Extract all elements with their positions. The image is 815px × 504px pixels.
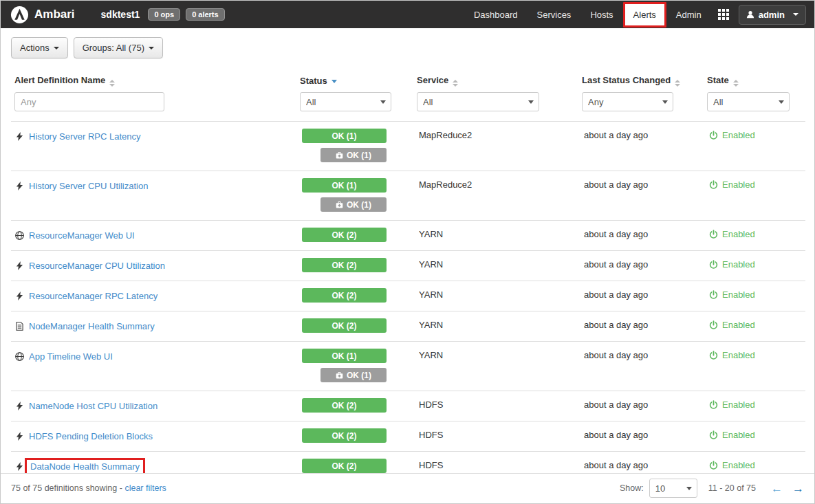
- last-changed-cell: about a day ago: [578, 122, 704, 171]
- service-cell: HDFS: [413, 391, 578, 421]
- state-cell: Enabled: [704, 221, 805, 251]
- col-header-label: Status: [300, 76, 327, 86]
- alerts-table-body: History Server RPC Latency OK (1)OK (1) …: [11, 122, 805, 482]
- ok-status-badge[interactable]: OK (2): [302, 428, 387, 443]
- col-header-last-status-changed[interactable]: Last Status Changed: [578, 67, 704, 89]
- nav-services[interactable]: Services: [528, 1, 581, 28]
- ok-status-badge[interactable]: OK (2): [302, 258, 387, 272]
- status-cell: OK (2): [296, 311, 413, 342]
- service-cell: MapReduce2: [413, 122, 578, 171]
- show-label: Show:: [620, 483, 644, 493]
- document-icon: [14, 322, 24, 331]
- clear-filters-link[interactable]: clear filters: [124, 483, 166, 493]
- state-label: Enabled: [722, 320, 755, 330]
- user-menu-button[interactable]: admin: [739, 5, 806, 25]
- user-menu-label: admin: [759, 10, 785, 20]
- alerts-toolbar: Actions Groups: All (75): [1, 28, 814, 67]
- ok-status-badge[interactable]: OK (2): [302, 398, 387, 413]
- state-label: Enabled: [722, 179, 755, 190]
- table-row: NameNode Host CPU Utilization OK (2) HDF…: [11, 391, 805, 421]
- state-label: Enabled: [722, 259, 755, 270]
- ok-status-badge[interactable]: OK (1): [302, 349, 387, 363]
- state-cell: Enabled: [704, 281, 805, 311]
- state-label: Enabled: [722, 229, 755, 239]
- sort-desc-icon: [332, 80, 337, 83]
- pagination-controls: Show: 10 11 - 20 of 75 ← →: [620, 479, 804, 498]
- service-cell: YARN: [413, 251, 578, 281]
- state-cell: Enabled: [704, 311, 805, 342]
- status-cell: OK (2): [296, 421, 413, 452]
- groups-filter-button[interactable]: Groups: All (75): [74, 37, 163, 58]
- last-changed-filter-select[interactable]: Any: [582, 92, 673, 111]
- ok-status-badge[interactable]: OK (2): [302, 288, 387, 303]
- navbar-left: Ambari sdktest1 0 ops 0 alerts: [10, 6, 225, 24]
- col-header-service[interactable]: Service: [413, 67, 578, 89]
- status-filter-select[interactable]: All: [300, 92, 391, 111]
- caret-down-icon: [793, 13, 798, 16]
- maintenance-ok-badge[interactable]: OK (1): [320, 197, 387, 212]
- power-icon: [709, 230, 718, 239]
- ok-status-badge[interactable]: OK (2): [302, 459, 387, 473]
- table-filter-row: All All Any All: [11, 89, 805, 122]
- name-filter-input[interactable]: [14, 92, 164, 111]
- ambari-logo-icon[interactable]: [10, 6, 29, 24]
- maintenance-ok-badge[interactable]: OK (1): [320, 148, 387, 162]
- ops-count-badge[interactable]: 0 ops: [148, 8, 180, 21]
- table-row: ResourceManager CPU Utilization OK (2) Y…: [11, 251, 805, 281]
- service-cell: YARN: [413, 311, 578, 342]
- nav-dashboard[interactable]: Dashboard: [464, 1, 528, 28]
- ok-status-badge[interactable]: OK (2): [302, 228, 387, 242]
- alert-definition-link[interactable]: App Timeline Web UI: [29, 351, 113, 362]
- service-cell: HDFS: [413, 421, 578, 452]
- alert-definition-link[interactable]: ResourceManager RPC Latency: [29, 291, 157, 301]
- last-changed-cell: about a day ago: [578, 171, 704, 221]
- caret-down-icon: [149, 47, 154, 50]
- state-cell: Enabled: [704, 342, 805, 391]
- alerts-count-badge[interactable]: 0 alerts: [186, 8, 225, 21]
- status-cell: OK (1)OK (1): [296, 122, 413, 171]
- previous-page-arrow[interactable]: ←: [771, 483, 783, 494]
- ok-status-badge[interactable]: OK (1): [302, 129, 387, 143]
- state-cell: Enabled: [704, 251, 805, 281]
- power-icon: [709, 260, 718, 269]
- bolt-icon: [14, 261, 24, 270]
- nav-alerts[interactable]: Alerts: [623, 2, 666, 28]
- bolt-icon: [14, 402, 24, 410]
- state-cell: Enabled: [704, 171, 805, 221]
- alert-definition-link[interactable]: NodeManager Health Summary: [29, 321, 155, 331]
- bolt-icon: [14, 462, 24, 471]
- service-filter-select[interactable]: All: [417, 92, 539, 111]
- last-changed-cell: about a day ago: [578, 251, 704, 281]
- ok-status-badge[interactable]: OK (1): [302, 178, 387, 193]
- alert-name-cell: ResourceManager CPU Utilization: [11, 251, 296, 281]
- state-filter-select[interactable]: All: [707, 92, 790, 111]
- alert-name-cell: HDFS Pending Deletion Blocks: [11, 421, 296, 452]
- nav-admin[interactable]: Admin: [666, 1, 711, 28]
- alert-definition-link[interactable]: History Server CPU Utilization: [29, 181, 148, 191]
- medkit-icon: [336, 372, 343, 379]
- alert-definition-link[interactable]: ResourceManager CPU Utilization: [29, 261, 165, 271]
- views-grid-icon[interactable]: [718, 9, 729, 20]
- power-icon: [709, 400, 718, 409]
- next-page-arrow[interactable]: →: [792, 483, 804, 494]
- alert-definition-link[interactable]: ResourceManager Web UI: [29, 230, 135, 241]
- col-header-status[interactable]: Status: [296, 67, 413, 89]
- state-cell: Enabled: [704, 122, 805, 171]
- alert-name-cell: History Server CPU Utilization: [11, 171, 296, 221]
- alert-definition-link[interactable]: HDFS Pending Deletion Blocks: [29, 431, 153, 441]
- page-size-select[interactable]: 10: [649, 479, 697, 498]
- status-cell: OK (2): [296, 281, 413, 311]
- nav-hosts[interactable]: Hosts: [580, 1, 622, 28]
- page-range-text: 11 - 20 of 75: [708, 483, 756, 493]
- alert-definition-link[interactable]: NameNode Host CPU Utilization: [29, 401, 157, 411]
- power-icon: [709, 290, 718, 299]
- col-header-alert-definition-name[interactable]: Alert Definition Name: [11, 67, 296, 89]
- maintenance-ok-badge[interactable]: OK (1): [320, 368, 387, 382]
- ok-status-badge[interactable]: OK (2): [302, 318, 387, 333]
- actions-button[interactable]: Actions: [11, 37, 68, 58]
- col-header-state[interactable]: State: [704, 67, 805, 89]
- last-changed-cell: about a day ago: [578, 391, 704, 421]
- brand[interactable]: Ambari: [34, 8, 75, 21]
- sort-icon: [109, 80, 115, 87]
- alert-definition-link[interactable]: History Server RPC Latency: [29, 131, 141, 142]
